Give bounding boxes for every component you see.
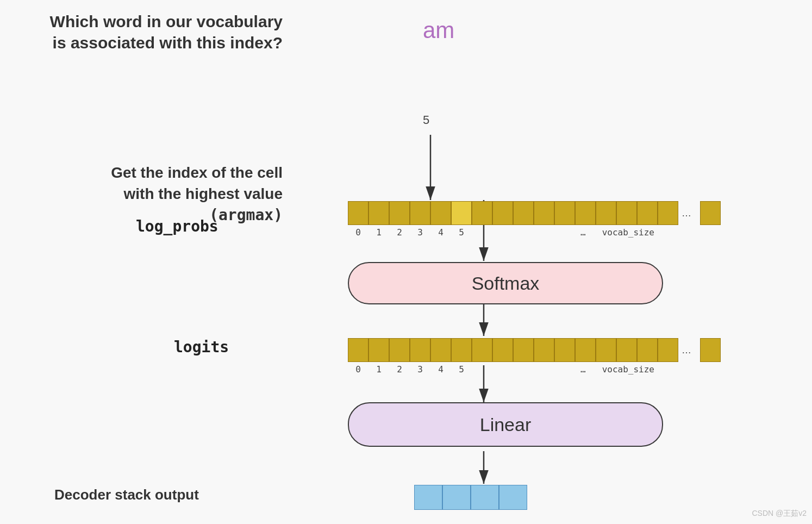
bar-5-highlighted — [451, 201, 472, 225]
logprobs-bars — [348, 201, 678, 225]
left-column: Which word in our vocabulary is associat… — [0, 0, 304, 524]
linear-label: Linear — [480, 414, 532, 435]
logits-bar-6 — [472, 338, 492, 362]
logits-indices: 0 1 2 3 4 5 … vocab_size — [348, 364, 654, 375]
bar-9 — [534, 201, 554, 225]
logits-row: … — [348, 338, 721, 362]
decoder-cell-0 — [414, 485, 442, 510]
logits-last-bar — [700, 338, 721, 362]
bar-6 — [472, 201, 492, 225]
question-line2: is associated with this index? — [50, 32, 283, 53]
argmax-line2: with the highest value — [111, 183, 283, 204]
decoder-cell-1 — [442, 485, 471, 510]
bar-4 — [430, 201, 451, 225]
logits-bar-13 — [616, 338, 637, 362]
word-am: am — [423, 17, 454, 43]
argmax-text: Get the index of the cell with the highe… — [111, 162, 283, 226]
logits-bar-1 — [368, 338, 389, 362]
logits-idx-1: 1 — [368, 364, 389, 375]
decoder-cell-3 — [499, 485, 527, 510]
logits-bar-14 — [637, 338, 658, 362]
bar-3 — [410, 201, 430, 225]
bar-13 — [616, 201, 637, 225]
bar-12 — [596, 201, 616, 225]
bar-7 — [492, 201, 513, 225]
logprobs-row: … — [348, 201, 721, 225]
logits-ellipsis: … — [682, 345, 691, 356]
idx-5: 5 — [451, 227, 472, 238]
logits-bar-9 — [534, 338, 554, 362]
logits-bar-8 — [513, 338, 534, 362]
logits-bar-7 — [492, 338, 513, 362]
bar-11 — [575, 201, 596, 225]
bar-1 — [368, 201, 389, 225]
logits-bar-5 — [451, 338, 472, 362]
logits-ellipsis-idx: … — [580, 364, 586, 375]
softmax-label: Softmax — [472, 273, 540, 294]
linear-box: Linear — [348, 402, 663, 447]
logprobs-ellipsis: … — [682, 208, 691, 219]
idx-2: 2 — [389, 227, 410, 238]
logits-vocab-size: vocab_size — [602, 364, 654, 375]
logits-bar-0 — [348, 338, 368, 362]
softmax-box: Softmax — [348, 262, 663, 304]
bar-15 — [658, 201, 678, 225]
bar-10 — [554, 201, 575, 225]
bar-8 — [513, 201, 534, 225]
logits-idx-2: 2 — [389, 364, 410, 375]
logprobs-vocab-size: vocab_size — [602, 227, 654, 238]
label-logits: logits — [174, 338, 229, 356]
diagram-area: am 5 … — [304, 0, 812, 524]
logits-idx-4: 4 — [430, 364, 451, 375]
bar-14 — [637, 201, 658, 225]
decoder-blocks — [414, 485, 527, 510]
index-value: 5 — [423, 113, 429, 127]
argmax-line1: Get the index of the cell — [111, 162, 283, 183]
logits-bars — [348, 338, 678, 362]
logits-bar-12 — [596, 338, 616, 362]
logprobs-indices: 0 1 2 3 4 5 … vocab_size — [348, 227, 654, 238]
question-line1: Which word in our vocabulary — [50, 11, 283, 32]
logits-bar-15 — [658, 338, 678, 362]
logits-idx-5: 5 — [451, 364, 472, 375]
label-decoder: Decoder stack output — [54, 486, 199, 503]
question-text: Which word in our vocabulary is associat… — [50, 11, 283, 53]
decoder-cell-2 — [471, 485, 499, 510]
logprobs-ellipsis-idx: … — [580, 227, 586, 238]
logits-bar-10 — [554, 338, 575, 362]
logprobs-last-bar — [700, 201, 721, 225]
logits-bar-2 — [389, 338, 410, 362]
idx-1: 1 — [368, 227, 389, 238]
idx-0: 0 — [348, 227, 368, 238]
logits-bar-4 — [430, 338, 451, 362]
idx-4: 4 — [430, 227, 451, 238]
logits-bar-3 — [410, 338, 430, 362]
page-container: Which word in our vocabulary is associat… — [0, 0, 812, 524]
logits-idx-3: 3 — [410, 364, 430, 375]
watermark: CSDN @王茹v2 — [752, 509, 807, 519]
logits-idx-0: 0 — [348, 364, 368, 375]
label-logprobs: log_probs — [136, 217, 218, 235]
bar-2 — [389, 201, 410, 225]
logits-bar-11 — [575, 338, 596, 362]
bar-0 — [348, 201, 368, 225]
idx-3: 3 — [410, 227, 430, 238]
